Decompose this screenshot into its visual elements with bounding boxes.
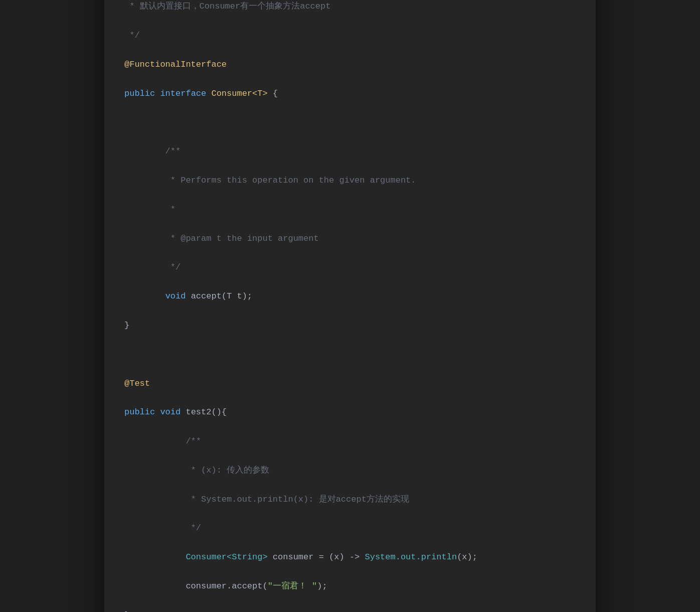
type-consumer-string: Consumer<String> <box>186 552 267 562</box>
method-accept-sig: accept(T t); <box>191 291 252 301</box>
keyword-public2: public <box>124 407 160 417</box>
annotation-test: @Test <box>124 379 150 388</box>
type-consumer: Consumer<T> <box>211 89 267 98</box>
code-indent2 <box>124 552 186 562</box>
comment-line: * System.out.println(x): 是对accept方法的实现 <box>124 495 409 504</box>
keyword-interface: interface <box>160 89 211 98</box>
comment-line: */ <box>124 523 201 533</box>
consumer-accept-call: consumer.accept( <box>186 581 267 591</box>
code-window: /** * 默认内置接口，Consumer有一个抽象方法accept */ @F… <box>104 0 596 612</box>
comment-line: /** <box>124 146 181 156</box>
comment-line: * <box>124 205 176 214</box>
keyword-public: public <box>124 89 160 98</box>
brace-close: } <box>124 321 129 330</box>
comment-line: * 默认内置接口，Consumer有一个抽象方法accept <box>124 2 330 11</box>
comment-line: * Performs this operation on the given a… <box>124 176 416 185</box>
call-close: ); <box>317 581 327 591</box>
string-literal: "一宿君！ " <box>268 581 317 591</box>
code-indent3 <box>124 581 186 591</box>
comment-line: /** <box>124 436 201 446</box>
system-out: System.out.println <box>365 552 457 562</box>
comment-line: */ <box>124 262 181 272</box>
var-consumer: consumer = (x) -> <box>268 552 365 562</box>
brace-open: { <box>268 89 278 98</box>
annotation-functional: @FunctionalInterface <box>124 60 227 69</box>
code-indent <box>124 291 165 301</box>
keyword-void: void <box>165 291 191 301</box>
comment-line: * (x): 传入的参数 <box>124 466 269 475</box>
keyword-void2: void <box>160 407 186 417</box>
comment-line: * @param t the input argument <box>124 234 319 243</box>
comment-line: */ <box>124 31 140 40</box>
method-test2: test2(){ <box>186 407 227 417</box>
code-editor: /** * 默认内置接口，Consumer有一个抽象方法accept */ @F… <box>104 0 596 612</box>
println-args: (x); <box>457 552 477 562</box>
